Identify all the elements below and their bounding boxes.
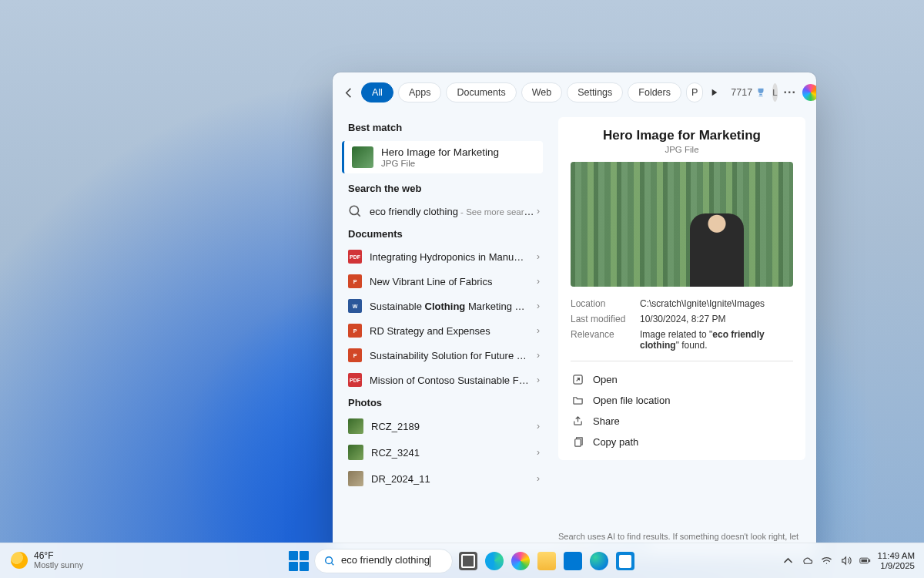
chevron-right-icon: › xyxy=(537,251,540,262)
chevron-right-icon: › xyxy=(537,447,540,458)
web-search-text: eco friendly clothing - See more search … xyxy=(370,206,538,217)
tab-more-truncated[interactable]: P xyxy=(686,82,703,102)
taskbar-search-box[interactable]: eco friendly clothing xyxy=(314,549,453,573)
more-options-button[interactable]: ··· xyxy=(784,86,796,99)
weather-widget[interactable]: 46°F Mostly sunny xyxy=(0,551,83,570)
photo-result[interactable]: RCZ_3241› xyxy=(339,439,547,465)
documents-heading: Documents xyxy=(339,223,547,244)
best-match-heading: Best match xyxy=(339,117,547,138)
photos-heading: Photos xyxy=(339,392,547,413)
arrow-left-icon xyxy=(343,87,355,99)
store-icon xyxy=(616,552,634,570)
scroll-tabs-right[interactable] xyxy=(711,83,718,102)
back-button[interactable] xyxy=(343,82,355,102)
action-share[interactable]: Share xyxy=(571,411,793,432)
chevron-right-icon: › xyxy=(537,301,540,311)
document-label: Sustainable Clothing Marketing … xyxy=(370,301,538,312)
preview-card: Hero Image for Marketing JPG File Locati… xyxy=(558,117,805,460)
document-result[interactable]: PRD Strategy and Expenses› xyxy=(339,318,547,343)
trophy-icon xyxy=(755,87,766,98)
chevron-right-icon: › xyxy=(537,206,540,217)
browser-icon xyxy=(590,552,608,570)
document-result[interactable]: PNew Vibrant Line of Fabrics› xyxy=(339,269,547,294)
clock-time: 11:49 AM xyxy=(877,551,915,561)
best-match-title: Hero Image for Marketing xyxy=(381,146,499,159)
copilot-icon xyxy=(802,84,816,101)
start-button[interactable] xyxy=(288,550,310,572)
rewards-points[interactable]: 7717 xyxy=(731,87,766,98)
copilot-button[interactable] xyxy=(802,82,816,102)
svg-point-0 xyxy=(350,206,358,214)
chevron-right-icon: › xyxy=(537,375,540,385)
svg-rect-5 xyxy=(862,560,868,562)
document-label: Integrating Hydroponics in Manu… xyxy=(370,251,538,263)
taskbar-center: eco friendly clothing xyxy=(288,549,636,573)
photo-label: RCZ_2189 xyxy=(371,421,538,432)
document-result[interactable]: WSustainable Clothing Marketing …› xyxy=(339,294,547,318)
document-result[interactable]: PDFMission of Contoso Sustainable F…› xyxy=(339,368,547,392)
user-avatar[interactable]: L xyxy=(772,83,777,102)
meta-location: Location C:\scratch\Ignite\Ignite\Images xyxy=(571,296,793,311)
photo-label: DR_2024_11 xyxy=(371,473,538,485)
outlook-app[interactable] xyxy=(562,550,584,572)
copy-icon xyxy=(572,436,584,448)
document-result[interactable]: PSustainability Solution for Future …› xyxy=(339,343,547,368)
photo-result[interactable]: DR_2024_11› xyxy=(339,465,547,492)
explorer-app[interactable] xyxy=(536,550,557,572)
store-app[interactable] xyxy=(614,550,636,572)
meta-modified: Last modified 10/30/2024, 8:27 PM xyxy=(571,311,793,327)
chevron-right-icon: › xyxy=(537,325,540,336)
preview-image xyxy=(571,162,793,287)
tab-settings[interactable]: Settings xyxy=(567,82,623,102)
best-match-subtitle: JPG File xyxy=(381,159,499,168)
svg-rect-6 xyxy=(869,560,871,562)
wifi-icon xyxy=(821,555,832,566)
folder-icon xyxy=(572,395,584,406)
outlook-icon xyxy=(564,552,582,570)
web-search-result[interactable]: eco friendly clothing - See more search … xyxy=(339,199,547,223)
chevron-right-icon: › xyxy=(537,350,540,361)
system-tray[interactable] xyxy=(782,555,871,566)
photo-label: RCZ_3241 xyxy=(371,447,538,459)
pdf-file-icon: PDF xyxy=(348,373,362,387)
best-match-thumbnail xyxy=(352,146,373,168)
chevron-up-icon xyxy=(782,555,794,566)
svg-rect-2 xyxy=(575,439,581,446)
points-value: 7717 xyxy=(731,87,752,98)
filter-tabs: All Apps Documents Web Settings Folders … xyxy=(361,82,703,102)
document-result[interactable]: PDFIntegrating Hydroponics in Manu…› xyxy=(339,244,547,269)
preview-pane: Hero Image for Marketing JPG File Locati… xyxy=(547,113,816,558)
document-label: Mission of Contoso Sustainable F… xyxy=(370,375,538,386)
clock-date: 1/9/2025 xyxy=(877,561,915,571)
divider xyxy=(571,361,793,361)
best-match-result[interactable]: Hero Image for Marketing JPG File xyxy=(342,141,543,173)
copilot-app[interactable] xyxy=(510,550,531,572)
tab-web[interactable]: Web xyxy=(521,82,562,102)
ppt-file-icon: P xyxy=(348,324,362,338)
preview-title: Hero Image for Marketing xyxy=(571,128,793,143)
action-open[interactable]: Open xyxy=(571,369,793,390)
chevron-right-icon: › xyxy=(537,276,540,287)
results-pane: Best match Hero Image for Marketing JPG … xyxy=(333,113,547,558)
action-open-location[interactable]: Open file location xyxy=(571,390,793,411)
tab-documents[interactable]: Documents xyxy=(446,82,516,102)
photo-thumbnail xyxy=(348,418,363,434)
tab-folders[interactable]: Folders xyxy=(628,82,681,102)
photo-result[interactable]: RCZ_2189› xyxy=(339,413,547,439)
volume-icon xyxy=(840,555,852,566)
task-view-button[interactable] xyxy=(457,550,479,572)
edge-app[interactable] xyxy=(484,550,505,572)
open-icon xyxy=(572,374,584,385)
search-window: All Apps Documents Web Settings Folders … xyxy=(333,72,816,558)
taskbar-right: 11:49 AM 1/9/2025 xyxy=(782,551,924,570)
ppt-file-icon: P xyxy=(348,274,362,288)
search-web-heading: Search the web xyxy=(339,178,547,199)
clock[interactable]: 11:49 AM 1/9/2025 xyxy=(877,551,915,570)
tab-all[interactable]: All xyxy=(361,82,393,102)
action-copy-path[interactable]: Copy path xyxy=(571,432,793,452)
ppt-file-icon: P xyxy=(348,348,362,362)
tab-apps[interactable]: Apps xyxy=(398,82,442,102)
onedrive-icon xyxy=(802,555,813,566)
search-icon xyxy=(348,204,362,218)
browser-app[interactable] xyxy=(588,550,610,572)
